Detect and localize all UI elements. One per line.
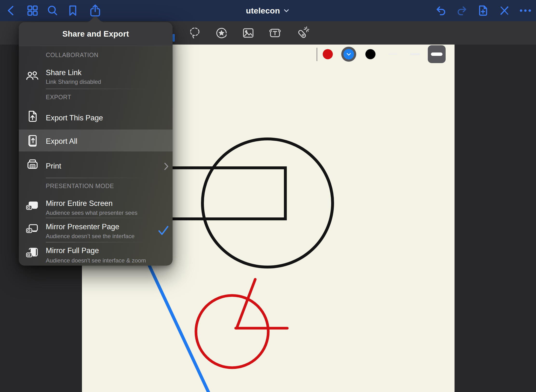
laser-tool-button[interactable] — [295, 26, 309, 40]
export-page-icon — [26, 110, 39, 123]
thickness-thick-button-selected[interactable] — [428, 45, 446, 63]
document-title-button[interactable]: utelecon — [246, 6, 289, 15]
thickness-thin-button[interactable] — [389, 54, 397, 55]
undo-icon — [435, 5, 447, 16]
toolbar-divider — [317, 48, 317, 61]
menu-item-title: Mirror Full Page — [46, 246, 99, 255]
menu-item-title: Share Link — [46, 68, 81, 77]
separator — [46, 89, 147, 89]
back-icon — [6, 5, 16, 17]
undo-button[interactable] — [434, 4, 448, 17]
menu-item-title: Mirror Presenter Page — [46, 222, 119, 231]
stickers-tool-button[interactable] — [214, 26, 229, 40]
section-label-presentation-mode: PRESENTATION MODE — [46, 182, 114, 190]
menu-item-title: Print — [46, 162, 61, 171]
app-screen: utelecon — [0, 0, 536, 392]
menu-item-title: Export All — [46, 137, 77, 146]
color-blue-dot — [343, 49, 354, 59]
menu-item-subtitle: Link Sharing disabled — [46, 78, 101, 85]
stroke-red-circle — [196, 295, 268, 368]
text-icon — [268, 26, 282, 40]
add-page-button[interactable] — [476, 4, 490, 17]
back-button[interactable] — [4, 4, 18, 17]
printer-icon — [26, 158, 39, 172]
people-icon — [26, 70, 39, 83]
color-black-button[interactable] — [365, 49, 375, 59]
search-icon — [47, 5, 59, 17]
popup-title: Share and Export — [19, 22, 173, 46]
stroke-red-diagonal — [237, 279, 255, 328]
chevron-down-icon — [347, 53, 351, 56]
top-navbar: utelecon — [0, 0, 536, 21]
bookmark-icon — [67, 5, 78, 17]
sticker-star-icon — [214, 26, 228, 40]
separator — [46, 178, 147, 178]
popup-caret — [85, 15, 106, 22]
bookmark-button[interactable] — [66, 4, 80, 17]
export-all-icon — [26, 134, 39, 148]
image-tool-button[interactable] — [241, 26, 255, 40]
redo-button[interactable] — [455, 4, 469, 17]
more-button[interactable] — [519, 4, 532, 17]
mirror-entire-screen-icon — [26, 200, 39, 213]
text-tool-button[interactable] — [268, 26, 282, 40]
color-red-button[interactable] — [323, 49, 333, 59]
share-export-popup: Share and Export COLLABORATION Share Lin… — [19, 22, 173, 266]
menu-item-export-all[interactable] — [19, 130, 173, 151]
pen-mode-button[interactable] — [497, 4, 511, 17]
chevron-right-icon — [163, 162, 169, 171]
thickness-medium-button[interactable] — [410, 53, 420, 55]
popup-header: Share and Export — [19, 22, 173, 46]
menu-item-print[interactable] — [19, 151, 173, 177]
redo-icon — [456, 5, 468, 16]
menu-item-share-link[interactable] — [19, 61, 173, 92]
stroke-blue-line — [144, 255, 209, 392]
menu-item-title: Mirror Entire Screen — [46, 199, 113, 208]
chevron-down-icon — [284, 9, 289, 12]
section-label-collaboration: COLLABORATION — [46, 51, 99, 59]
pages-overview-button[interactable] — [26, 4, 39, 17]
more-icon — [519, 8, 532, 13]
stroke-black-circle — [202, 139, 333, 267]
search-button[interactable] — [46, 4, 59, 17]
section-label-export: EXPORT — [46, 93, 71, 101]
pen-disabled-icon — [498, 5, 510, 17]
laser-pointer-icon — [295, 26, 309, 40]
menu-item-subtitle: Audience doesn't see interface & zoom — [46, 257, 146, 264]
mirror-presenter-page-icon — [26, 223, 39, 236]
lasso-tool-button[interactable] — [188, 26, 202, 40]
document-title: utelecon — [246, 6, 280, 15]
pages-grid-icon — [27, 5, 39, 17]
image-icon — [241, 26, 255, 40]
menu-item-subtitle: Audience doesn’t see the interface — [46, 233, 134, 240]
add-page-icon — [477, 4, 489, 17]
checkmark-icon — [158, 225, 169, 236]
thickness-thick-sample — [431, 52, 442, 56]
menu-item-title: Export This Page — [46, 113, 103, 123]
menu-item-subtitle: Audience sees what presenter sees — [46, 209, 137, 216]
pen-tool-peek — [173, 34, 175, 42]
color-blue-button-selected[interactable] — [341, 47, 356, 62]
mirror-full-page-icon — [26, 247, 39, 260]
lasso-icon — [188, 26, 202, 40]
